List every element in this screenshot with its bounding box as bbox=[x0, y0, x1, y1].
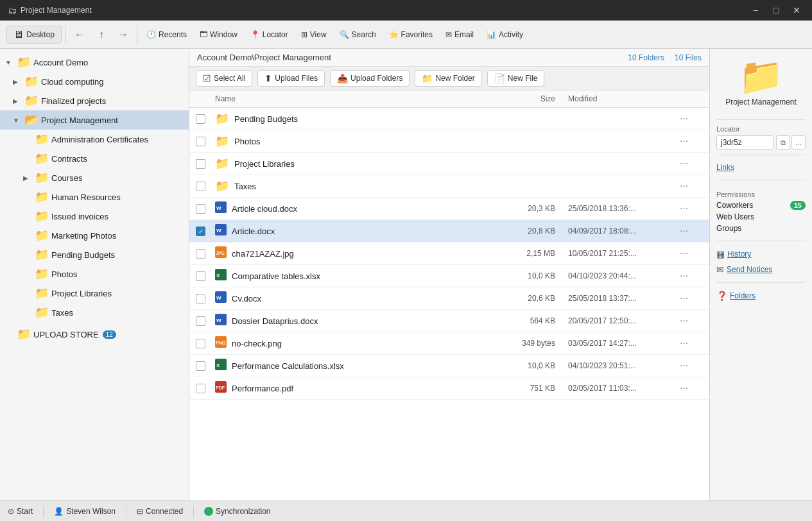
back-button[interactable]: ← bbox=[70, 25, 89, 44]
favorites-icon: ⭐ bbox=[389, 30, 399, 39]
more-button[interactable]: ··· bbox=[677, 269, 691, 282]
more-button[interactable]: ··· bbox=[677, 381, 691, 395]
copy-locator-button[interactable]: ⧉ bbox=[776, 135, 790, 149]
row-checkbox[interactable] bbox=[196, 361, 205, 371]
sidebar-item-taxes[interactable]: ▶ 📁 Taxes bbox=[0, 303, 189, 322]
more-button[interactable]: ··· bbox=[677, 314, 691, 327]
activity-button[interactable]: 📊 Activity bbox=[481, 28, 528, 42]
more-button[interactable]: ··· bbox=[677, 134, 691, 148]
recents-label: Recents bbox=[159, 30, 187, 39]
more-button[interactable]: ··· bbox=[677, 157, 691, 170]
sidebar-item-cloud-computing[interactable]: ▶ 📁 Cloud computing bbox=[0, 72, 189, 91]
links-button[interactable]: Links bbox=[716, 163, 734, 172]
sidebar-item-project-management[interactable]: ▼ 📂 Project Management bbox=[0, 110, 189, 130]
sidebar-item-contracts[interactable]: ▶ 📁 Contracts bbox=[0, 149, 189, 168]
email-button[interactable]: ✉ Email bbox=[440, 28, 479, 42]
sidebar-item-account-demo[interactable]: ▼ 📁 Account Demo bbox=[0, 53, 189, 72]
view-button[interactable]: ⊞ View bbox=[296, 28, 332, 42]
sidebar-item-finalized-projects[interactable]: ▶ 📁 Finalized projects bbox=[0, 91, 189, 110]
window-button[interactable]: 🗔 Window bbox=[194, 28, 243, 42]
sidebar-item-issued-invoices[interactable]: ▶ 📁 Issued invoices bbox=[0, 207, 189, 226]
sidebar-item-project-libraries[interactable]: ▶ 📁 Project Libraries bbox=[0, 284, 189, 303]
permission-row-groups[interactable]: Groups bbox=[716, 224, 806, 233]
upload-folders-button[interactable]: 📤 Upload Folders bbox=[330, 70, 410, 87]
send-notices-label[interactable]: Send Notices bbox=[727, 265, 772, 274]
row-checkbox[interactable] bbox=[196, 249, 205, 259]
expand-icon[interactable]: ▶ bbox=[13, 78, 22, 85]
row-checkbox[interactable] bbox=[196, 384, 205, 393]
send-notices-icon: ✉ bbox=[716, 264, 724, 275]
locator-button[interactable]: 📍 Locator bbox=[245, 28, 293, 42]
more-button[interactable]: ··· bbox=[677, 201, 691, 215]
sidebar-item-pending-budgets[interactable]: ▶ 📁 Pending Budgets bbox=[0, 245, 189, 264]
row-checkbox[interactable] bbox=[196, 271, 205, 281]
table-row[interactable]: 📁Taxes ··· bbox=[189, 175, 709, 198]
table-row[interactable]: W Dossier Dataprius.docx 564 KB 20/05/20… bbox=[189, 310, 709, 332]
desktop-button[interactable]: 🖥 Desktop bbox=[6, 26, 62, 44]
more-button[interactable]: ··· bbox=[677, 112, 691, 125]
table-row[interactable]: X Performance Calculations.xlsx 10,0 KB … bbox=[189, 355, 709, 377]
more-button[interactable]: ··· bbox=[677, 224, 691, 237]
table-row[interactable]: PNG no-check.png 349 bytes 03/05/2017 14… bbox=[189, 332, 709, 355]
sidebar-item-upload-store[interactable]: ▶ 📁 UPLOAD STORE 12 bbox=[0, 325, 189, 344]
more-locator-button[interactable]: … bbox=[791, 135, 806, 149]
expand-icon[interactable]: ▶ bbox=[13, 98, 22, 105]
table-row[interactable]: W Article.docx 20,8 KB 04/09/2017 18:08:… bbox=[189, 220, 709, 243]
more-button[interactable]: ··· bbox=[677, 336, 691, 350]
permission-row-coworkers[interactable]: Coworkers 15 bbox=[716, 201, 806, 210]
more-button[interactable]: ··· bbox=[677, 359, 691, 372]
select-all-button[interactable]: ☑ Select All bbox=[196, 70, 252, 87]
table-row[interactable]: W Article cloud.docx 20,3 KB 25/05/2018 … bbox=[189, 198, 709, 220]
table-row[interactable]: X Comparative tables.xlsx 10,0 KB 04/10/… bbox=[189, 265, 709, 287]
minimize-button[interactable]: − bbox=[748, 3, 763, 18]
expand-icon[interactable]: ▶ bbox=[23, 175, 32, 182]
close-button[interactable]: ✕ bbox=[789, 3, 804, 18]
sidebar-item-admin-certs[interactable]: ▶ 📁 Administration Certificates bbox=[0, 130, 189, 149]
row-checkbox[interactable] bbox=[196, 204, 205, 214]
row-checkbox[interactable] bbox=[196, 114, 205, 124]
history-label[interactable]: History bbox=[727, 250, 751, 259]
up-button[interactable]: ↑ bbox=[92, 25, 111, 44]
folders-help-row[interactable]: ❓ Folders bbox=[716, 291, 806, 301]
sidebar-item-marketing-photos[interactable]: ▶ 📁 Marketing Photos bbox=[0, 226, 189, 245]
table-row[interactable]: 📁Pending Budgets ··· bbox=[189, 108, 709, 130]
table-row[interactable]: W Cv.docx 20,6 KB 25/05/2018 13:37:... ·… bbox=[189, 287, 709, 310]
sidebar-item-photos[interactable]: ▶ 📁 Photos bbox=[0, 264, 189, 284]
row-checkbox[interactable] bbox=[196, 294, 205, 303]
new-file-button[interactable]: 📄 New File bbox=[487, 70, 545, 87]
new-folder-label: New Folder bbox=[435, 74, 474, 83]
history-row[interactable]: ▦ History bbox=[716, 249, 806, 259]
table-row[interactable]: 📁Project Libraries ··· bbox=[189, 153, 709, 175]
row-checkbox[interactable] bbox=[196, 316, 205, 326]
folders-help-label[interactable]: Folders bbox=[730, 291, 756, 300]
history-icon: ▦ bbox=[716, 249, 725, 259]
upload-files-button[interactable]: ⬆ Upload Files bbox=[257, 70, 325, 87]
recents-button[interactable]: 🕐 Recents bbox=[141, 28, 192, 42]
maximize-button[interactable]: □ bbox=[768, 3, 784, 18]
table-row[interactable]: PDF Performance.pdf 751 KB 02/05/2017 11… bbox=[189, 377, 709, 400]
more-button[interactable]: ··· bbox=[677, 246, 691, 260]
new-folder-button[interactable]: 📁 New Folder bbox=[415, 70, 481, 87]
row-checkbox[interactable] bbox=[196, 182, 205, 191]
file-modified: 25/05/2018 13:37:... bbox=[568, 294, 677, 303]
row-checkbox[interactable] bbox=[196, 159, 205, 169]
forward-button[interactable]: → bbox=[114, 25, 133, 44]
expand-icon[interactable]: ▼ bbox=[13, 117, 22, 124]
sidebar-item-human-resources[interactable]: ▶ 📁 Human Resources bbox=[0, 187, 189, 207]
row-checkbox[interactable] bbox=[196, 339, 205, 348]
start-icon: ⊙ bbox=[8, 507, 14, 516]
table-row[interactable]: JPG cha721AZAZ.jpg 2,15 MB 10/05/2017 21… bbox=[189, 243, 709, 265]
row-checkbox[interactable] bbox=[196, 226, 205, 236]
favorites-button[interactable]: ⭐ Favorites bbox=[384, 28, 438, 42]
row-checkbox[interactable] bbox=[196, 137, 205, 146]
table-row[interactable]: 📁Photos ··· bbox=[189, 130, 709, 153]
status-start[interactable]: ⊙ Start bbox=[8, 507, 33, 516]
permission-row-web-users[interactable]: Web Users bbox=[716, 212, 806, 221]
expand-icon[interactable]: ▼ bbox=[5, 59, 14, 66]
search-button[interactable]: 🔍 Search bbox=[334, 28, 381, 42]
more-button[interactable]: ··· bbox=[677, 179, 691, 192]
more-button[interactable]: ··· bbox=[677, 291, 691, 305]
send-notices-row[interactable]: ✉ Send Notices bbox=[716, 264, 806, 275]
sidebar-item-courses[interactable]: ▶ 📁 Courses bbox=[0, 168, 189, 187]
sidebar-item-label: Administration Certificates bbox=[51, 135, 148, 144]
